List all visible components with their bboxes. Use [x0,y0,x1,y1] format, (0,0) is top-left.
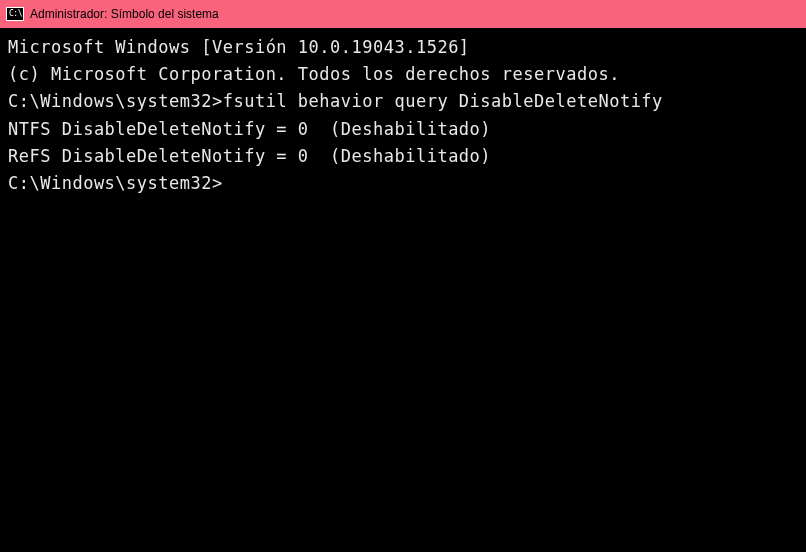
cmd-window: C:\ Administrador: Símbolo del sistema M… [0,0,806,552]
command-line-1: C:\Windows\system32>fsutil behavior quer… [8,88,802,115]
version-line: Microsoft Windows [Versión 10.0.19043.15… [8,34,802,61]
prompt-path: C:\Windows\system32> [8,91,223,111]
cmd-icon: C:\ [6,7,24,21]
typed-command: fsutil behavior query DisableDeleteNotif… [223,91,663,111]
title-bar[interactable]: C:\ Administrador: Símbolo del sistema [0,0,806,28]
window-title: Administrador: Símbolo del sistema [30,7,219,21]
output-refs: ReFS DisableDeleteNotify = 0 (Deshabilit… [8,143,802,170]
command-line-2: C:\Windows\system32> [8,170,802,197]
prompt-path: C:\Windows\system32> [8,173,223,193]
output-ntfs: NTFS DisableDeleteNotify = 0 (Deshabilit… [8,116,802,143]
copyright-line: (c) Microsoft Corporation. Todos los der… [8,61,802,88]
terminal-area[interactable]: Microsoft Windows [Versión 10.0.19043.15… [0,28,806,552]
